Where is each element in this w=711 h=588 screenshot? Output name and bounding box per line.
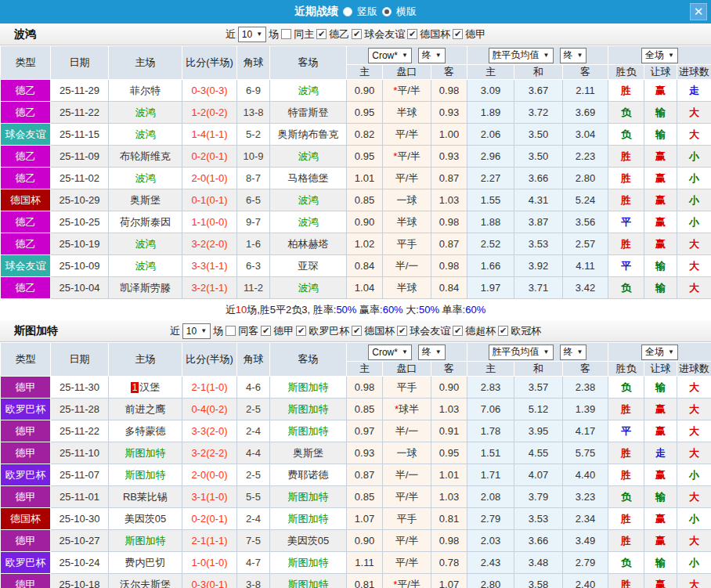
avg-final-select[interactable]: 终▼: [560, 345, 587, 360]
league-filter-label[interactable]: 德甲: [273, 324, 294, 338]
away-team-cell: 斯图加特: [270, 508, 347, 530]
result-text: 赢: [655, 535, 666, 547]
result-text: 赢: [655, 579, 666, 588]
avg-draw-cell: 3.57: [514, 377, 563, 399]
away-team-name: 斯图加特: [288, 425, 329, 437]
league-type-cell: 德乙: [1, 211, 51, 233]
handicap-cell: 平手: [383, 233, 431, 255]
home-team-cell: 1汉堡: [109, 377, 182, 399]
away-team-cell: 斯图加特: [270, 420, 347, 442]
league-filter-label[interactable]: 球会友谊: [364, 27, 405, 41]
score-cell: 1-0(1-0): [182, 552, 237, 574]
home-team-cell: 波鸿: [109, 102, 182, 124]
league-filter-checkbox[interactable]: [261, 326, 271, 336]
away-team-name: 特雷斯登: [288, 106, 329, 118]
vertical-layout-label[interactable]: 竖版: [357, 5, 377, 19]
league-filter-checkbox[interactable]: [498, 326, 508, 336]
league-filter-checkbox[interactable]: [296, 326, 306, 336]
vertical-layout-radio[interactable]: [343, 7, 352, 16]
same-venue-label[interactable]: 同主: [294, 27, 314, 41]
odds-final-select[interactable]: 终▼: [418, 345, 446, 360]
asian-result-cell: 赢: [644, 80, 677, 102]
avg-away-cell: 2.34: [563, 508, 608, 530]
asian-result-cell: 输: [644, 102, 677, 124]
matches-tbody: 德乙25-11-29菲尔特0-3(0-3)6-9波鸿0.90*平/半0.983.…: [1, 80, 711, 299]
horizontal-layout-radio[interactable]: [382, 7, 392, 16]
score-cell: 3-2(2-2): [182, 442, 237, 464]
away-team-cell: 费耶诺德: [270, 464, 347, 486]
handicap-value: 半球: [397, 216, 417, 228]
fulltime-select[interactable]: 全场▼: [641, 48, 678, 63]
league-filter-checkbox[interactable]: [316, 29, 327, 39]
wdl-result-cell: 平: [608, 255, 644, 277]
away-team-cell: 波鸿: [270, 277, 347, 299]
same-venue-checkbox[interactable]: [281, 29, 291, 39]
league-filter-label[interactable]: 欧冠杯: [511, 324, 541, 338]
same-venue-label[interactable]: 同客: [238, 324, 258, 338]
score-cell: 3-1(1-0): [182, 486, 237, 508]
league-filter-label[interactable]: 德国杯: [364, 324, 395, 338]
home-odds-cell: 0.87: [347, 464, 383, 486]
asian-result-cell: 赢: [644, 420, 677, 442]
corners-cell: 2-4: [237, 420, 270, 442]
league-filter-label[interactable]: 球会友谊: [410, 324, 450, 338]
league-type-cell: 德甲: [1, 377, 51, 399]
league-filter-checkbox[interactable]: [407, 29, 417, 39]
league-filter-label[interactable]: 欧罗巴杯: [309, 324, 349, 338]
odds-final-select[interactable]: 终▼: [418, 48, 446, 63]
fulltime-select[interactable]: 全场▼: [641, 345, 678, 360]
avg-draw-cell: 3.53: [514, 508, 563, 530]
avg-away-cell: 3.23: [563, 486, 608, 508]
sub-header-wdl: 胜负: [608, 65, 644, 80]
league-filter-label[interactable]: 德乙: [329, 27, 349, 41]
match-count-select[interactable]: 10▼: [182, 323, 211, 339]
sub-header-avg-draw: 和: [514, 362, 563, 377]
avg-away-cell: 4.17: [563, 420, 608, 442]
avg-home-cell: 1.51: [467, 442, 514, 464]
bookmaker-select[interactable]: Crow*▼: [368, 345, 412, 360]
avg-select[interactable]: 胜平负均值▼: [489, 48, 554, 63]
date-cell: 25-10-30: [51, 508, 109, 530]
home-odds-cell: 0.93: [347, 442, 383, 464]
league-type-cell: 德甲: [1, 420, 51, 442]
horizontal-layout-label[interactable]: 横版: [396, 5, 417, 19]
result-text: 负: [621, 491, 631, 503]
score-cell: 2-1(1-0): [182, 377, 237, 399]
league-filter-label[interactable]: 德超杯: [465, 324, 496, 338]
handicap-cell: 一球: [383, 189, 431, 211]
table-row: 德乙25-11-09布轮斯维克0-2(0-1)10-9波鸿0.95*平/半0.9…: [1, 146, 711, 168]
avg-select[interactable]: 胜平负均值▼: [489, 345, 554, 360]
asian-result-cell: 输: [644, 255, 677, 277]
handicap-value: 一球: [397, 447, 417, 459]
league-filter-checkbox[interactable]: [352, 326, 362, 336]
bookmaker-select[interactable]: Crow*▼: [368, 48, 412, 63]
league-filter-checkbox[interactable]: [397, 326, 407, 336]
avg-draw-cell: 3.48: [514, 552, 563, 574]
result-text: 小: [689, 172, 699, 184]
chevron-down-icon: ▼: [200, 327, 207, 334]
away-odds-cell: 0.98: [431, 80, 467, 102]
handicap-value: 球半: [399, 403, 419, 415]
chevron-down-icon: ▼: [402, 348, 408, 355]
result-text: 负: [621, 557, 631, 568]
corners-cell: 11-2: [237, 277, 270, 299]
same-venue-checkbox[interactable]: [226, 326, 236, 336]
match-count-select[interactable]: 10▼: [238, 27, 266, 42]
league-filter-checkbox[interactable]: [453, 29, 463, 39]
league-filter-label[interactable]: 德国杯: [420, 27, 450, 41]
avg-final-select[interactable]: 终▼: [560, 48, 587, 63]
goals-result-cell: 大: [677, 574, 711, 588]
summary-segment: 场,胜5平2负3, 胜率:: [247, 304, 336, 316]
sub-header-avg-draw: 和: [514, 65, 563, 80]
league-filter-label[interactable]: 德甲: [465, 27, 485, 41]
table-row: 德乙25-10-25荷尔斯泰因1-1(0-0)9-7波鸿0.90半球0.981.…: [1, 211, 711, 233]
handicap-value: 平/半: [395, 535, 419, 547]
league-filter-checkbox[interactable]: [352, 29, 362, 39]
handicap-cell: 平/半: [383, 552, 431, 574]
corners-cell: 6-3: [237, 255, 270, 277]
avg-away-cell: 5.75: [563, 442, 608, 464]
close-button[interactable]: ✕: [690, 3, 707, 20]
away-team-cell: 波鸿: [270, 189, 347, 211]
league-filter-checkbox[interactable]: [453, 326, 463, 336]
avg-away-cell: 3.49: [563, 530, 608, 552]
